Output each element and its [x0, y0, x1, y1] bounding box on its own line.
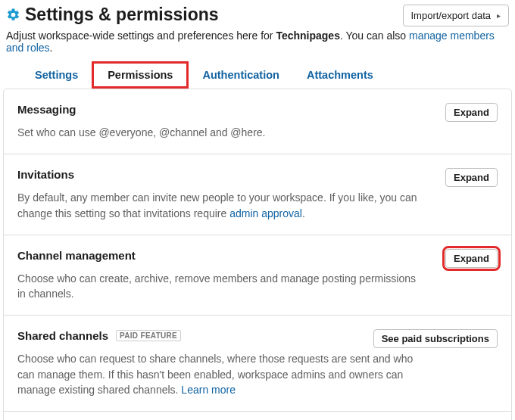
section-title: Messaging	[17, 103, 76, 116]
tabs: Settings Permissions Authentication Atta…	[0, 61, 515, 89]
section-messaging: Messaging Expand Set who can use @everyo…	[4, 89, 511, 154]
section-shared-channels: Shared channels PAID FEATURE See paid su…	[4, 316, 511, 412]
page-title: Settings & permissions	[25, 5, 219, 25]
chevron-down-icon: ▸	[497, 11, 501, 20]
tab-attachments[interactable]: Attachments	[293, 61, 387, 89]
import-export-label: Import/export data	[411, 10, 492, 21]
page-subtitle: Adjust workspace-wide settings and prefe…	[0, 26, 515, 61]
section-desc: By default, any member can invite new pe…	[17, 190, 426, 221]
tab-authentication[interactable]: Authentication	[189, 61, 293, 89]
admin-approval-link[interactable]: admin approval	[229, 207, 302, 219]
learn-more-link[interactable]: Learn more	[181, 384, 236, 396]
expand-button-invitations[interactable]: Expand	[445, 168, 498, 187]
section-desc: Set who can use @everyone, @channel and …	[17, 125, 426, 140]
section-desc: Choose who can request to share channels…	[17, 351, 426, 397]
gear-icon	[6, 8, 20, 22]
permissions-panel: Messaging Expand Set who can use @everyo…	[3, 89, 512, 420]
section-title: Channel management	[17, 249, 136, 262]
section-title: Shared channels PAID FEATURE	[17, 329, 181, 342]
expand-button-channel-management[interactable]: Expand	[445, 249, 498, 268]
section-channel-management: Channel management Expand Choose who can…	[4, 235, 511, 316]
section-invitations: Invitations Expand By default, any membe…	[4, 154, 511, 235]
tab-settings[interactable]: Settings	[21, 61, 92, 89]
import-export-button[interactable]: Import/export data ▸	[403, 5, 510, 26]
section-title: Invitations	[17, 168, 74, 181]
see-paid-subscriptions-button[interactable]: See paid subscriptions	[373, 329, 498, 348]
expand-button-messaging[interactable]: Expand	[445, 103, 498, 122]
paid-feature-badge: PAID FEATURE	[116, 330, 181, 341]
section-desc: Choose who can create, archive, remove m…	[17, 271, 426, 302]
tab-permissions[interactable]: Permissions	[92, 61, 189, 89]
section-file-uploads: File uploads for Slack Connect Expand Ch…	[4, 412, 511, 420]
